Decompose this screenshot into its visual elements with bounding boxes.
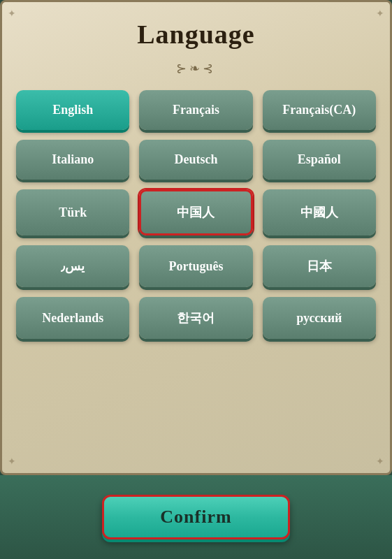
divider-decoration: ⊱❧⊰ <box>176 61 216 76</box>
lang-btn-espanol[interactable]: Español <box>263 140 376 180</box>
page-title: Language <box>137 19 254 50</box>
language-panel: ✦ ✦ ✦ ✦ Language ⊱❧⊰ EnglishFrançaisFran… <box>0 0 392 475</box>
lang-btn-korean[interactable]: 한국어 <box>139 297 252 339</box>
lang-btn-turk[interactable]: Türk <box>16 189 129 235</box>
lang-btn-italiano[interactable]: Italiano <box>16 140 129 180</box>
lang-btn-chinese-traditional[interactable]: 中國人 <box>263 189 376 235</box>
language-grid: EnglishFrançaisFrançais(CA)ItalianoDeuts… <box>16 90 376 339</box>
lang-btn-russian[interactable]: русский <box>263 297 376 339</box>
lang-btn-english[interactable]: English <box>16 90 129 130</box>
lang-btn-deutsch[interactable]: Deutsch <box>139 140 252 180</box>
title-area: Language <box>137 19 254 50</box>
confirm-button[interactable]: Confirm <box>102 495 289 539</box>
corner-tl-decoration: ✦ <box>8 8 16 20</box>
lang-btn-francais-ca[interactable]: Français(CA) <box>263 90 376 130</box>
lang-btn-dutch[interactable]: Nederlands <box>16 297 129 339</box>
lang-btn-japanese[interactable]: 日本 <box>263 245 376 287</box>
corner-bl-decoration: ✦ <box>8 456 16 467</box>
lang-btn-portuguese[interactable]: Português <box>139 245 252 287</box>
bottom-bar: Confirm <box>0 475 392 559</box>
lang-btn-chinese-simplified[interactable]: 中国人 <box>139 189 252 235</box>
lang-btn-persian[interactable]: یس٫ <box>16 245 129 287</box>
lang-btn-francais[interactable]: Français <box>139 90 252 130</box>
corner-tr-decoration: ✦ <box>376 8 384 20</box>
corner-br-decoration: ✦ <box>376 456 384 467</box>
